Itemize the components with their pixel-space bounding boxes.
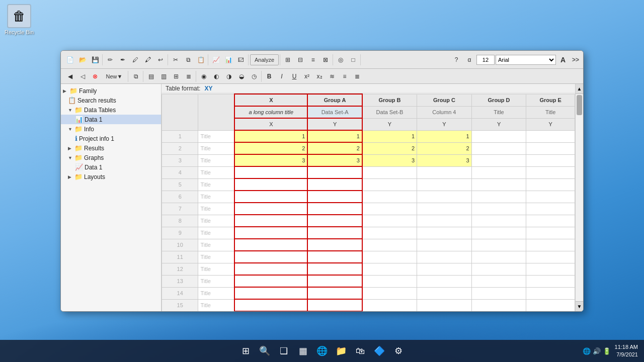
redo-btn[interactable]: ↩ bbox=[154, 54, 167, 65]
grid2-btn[interactable]: ⊟ bbox=[294, 54, 306, 65]
value-cell[interactable] bbox=[417, 166, 472, 178]
tb2-btn7[interactable]: ◑ bbox=[223, 71, 235, 82]
col-groupc-type[interactable]: Y bbox=[417, 118, 472, 130]
value-cell[interactable] bbox=[307, 263, 362, 275]
value-cell[interactable] bbox=[526, 275, 575, 287]
draw3-btn[interactable]: 🖊 bbox=[129, 54, 141, 65]
value-cell[interactable] bbox=[417, 203, 472, 215]
sidebar-item-data-tables[interactable]: ▼ 📁 Data Tables bbox=[61, 105, 161, 115]
tb2-text3[interactable]: ≣ bbox=[351, 71, 363, 82]
value-cell[interactable] bbox=[417, 275, 472, 287]
font-A-btn[interactable]: A bbox=[557, 54, 569, 65]
table-row[interactable]: 15Title bbox=[162, 299, 575, 311]
prev-btn[interactable]: ◀ bbox=[64, 71, 76, 82]
value-cell[interactable] bbox=[234, 203, 307, 215]
col-groupc-group[interactable]: Group C bbox=[417, 94, 472, 106]
draw4-btn[interactable]: 🖍 bbox=[142, 54, 154, 65]
sidebar-item-layouts[interactable]: ▶ 📁 Layouts bbox=[61, 172, 161, 182]
table-row[interactable]: 5Title bbox=[162, 178, 575, 191]
recycle-bin[interactable]: 🗑 Recycle Bin bbox=[4, 4, 34, 35]
tb2-btn5[interactable]: ◉ bbox=[198, 71, 210, 82]
font-select[interactable]: Arial bbox=[496, 55, 556, 65]
taskbar-settings-btn[interactable]: ⚙ bbox=[390, 343, 407, 359]
col-groupc-sublabel[interactable]: Column 4 bbox=[417, 106, 472, 118]
value-cell[interactable] bbox=[417, 227, 472, 239]
grid3-btn[interactable]: ≡ bbox=[307, 54, 319, 65]
value-cell[interactable] bbox=[471, 227, 526, 239]
taskbar-explorer-btn[interactable]: 📁 bbox=[333, 343, 349, 359]
value-cell[interactable] bbox=[417, 299, 472, 311]
value-cell[interactable] bbox=[526, 142, 575, 154]
value-cell[interactable] bbox=[307, 166, 362, 178]
grid4-btn[interactable]: ⊠ bbox=[319, 54, 332, 65]
sidebar-item-search-results[interactable]: 📋 Search results bbox=[61, 96, 161, 105]
taskbar-taskview-btn[interactable]: ❑ bbox=[276, 343, 292, 359]
value-cell[interactable] bbox=[526, 191, 575, 203]
paste-btn[interactable]: 📋 bbox=[195, 54, 207, 65]
value-cell[interactable] bbox=[234, 299, 307, 311]
value-cell[interactable]: 2 bbox=[417, 142, 472, 154]
cut-btn[interactable]: ✂ bbox=[170, 54, 182, 65]
value-cell[interactable] bbox=[307, 215, 362, 227]
value-cell[interactable]: 2 bbox=[362, 142, 417, 154]
value-cell[interactable] bbox=[471, 130, 526, 142]
col-groupd-sublabel[interactable]: Title bbox=[471, 106, 526, 118]
value-cell[interactable]: 1 bbox=[234, 130, 307, 142]
value-cell[interactable] bbox=[526, 263, 575, 275]
sidebar-item-info[interactable]: ▼ 📁 Info bbox=[61, 124, 161, 134]
table-row[interactable]: 10Title bbox=[162, 239, 575, 251]
help-btn[interactable]: ? bbox=[450, 54, 462, 65]
superscript-btn[interactable]: x² bbox=[301, 71, 313, 82]
underline-btn[interactable]: U bbox=[288, 71, 300, 82]
vertical-scrollbar[interactable]: ▲ ▼ bbox=[575, 84, 583, 311]
value-cell[interactable] bbox=[526, 215, 575, 227]
tb2-btn6[interactable]: ◐ bbox=[210, 71, 222, 82]
value-cell[interactable] bbox=[362, 178, 417, 191]
value-cell[interactable] bbox=[307, 287, 362, 299]
value-cell[interactable]: 1 bbox=[362, 130, 417, 142]
draw-btn[interactable]: ✏ bbox=[104, 54, 116, 65]
value-cell[interactable] bbox=[471, 287, 526, 299]
row-label-cell[interactable]: Title bbox=[198, 227, 234, 239]
new-file-btn[interactable]: 📄 bbox=[64, 54, 76, 65]
value-cell[interactable] bbox=[234, 251, 307, 263]
chart3-btn[interactable]: 🗠 bbox=[235, 54, 247, 65]
analyze-button[interactable]: Analyze bbox=[250, 54, 279, 65]
col-groupa-sublabel[interactable]: Data Set-A bbox=[307, 106, 362, 118]
value-cell[interactable] bbox=[362, 191, 417, 203]
value-cell[interactable] bbox=[526, 178, 575, 191]
col-groupa-type[interactable]: Y bbox=[307, 118, 362, 130]
row-label-cell[interactable]: Title bbox=[198, 251, 234, 263]
value-cell[interactable] bbox=[234, 227, 307, 239]
table-row[interactable]: 2Title2222 bbox=[162, 142, 575, 154]
tb2-btn2[interactable]: ▥ bbox=[157, 71, 170, 82]
row-label-cell[interactable]: Title bbox=[198, 178, 234, 191]
col-groupd-group[interactable]: Group D bbox=[471, 94, 526, 106]
copy-btn[interactable]: ⧉ bbox=[182, 54, 194, 65]
tb2-btn9[interactable]: ◷ bbox=[248, 71, 260, 82]
value-cell[interactable]: 3 bbox=[362, 154, 417, 166]
value-cell[interactable] bbox=[362, 251, 417, 263]
row-label-cell[interactable]: Title bbox=[198, 191, 234, 203]
tb2-btn3[interactable]: ⊞ bbox=[170, 71, 182, 82]
value-cell[interactable] bbox=[417, 239, 472, 251]
font-size-input[interactable] bbox=[476, 55, 495, 65]
col-groupb-type[interactable]: Y bbox=[362, 118, 417, 130]
value-cell[interactable] bbox=[417, 263, 472, 275]
value-cell[interactable]: 1 bbox=[417, 130, 472, 142]
value-cell[interactable] bbox=[471, 239, 526, 251]
value-cell[interactable] bbox=[417, 251, 472, 263]
table-row[interactable]: 6Title bbox=[162, 191, 575, 203]
value-cell[interactable] bbox=[471, 154, 526, 166]
value-cell[interactable]: 3 bbox=[307, 154, 362, 166]
sidebar-item-project-info[interactable]: ℹ Project info 1 bbox=[61, 134, 161, 143]
sidebar-item-family[interactable]: ▶ 📁 Family bbox=[61, 86, 161, 96]
scroll-up-btn[interactable]: ▲ bbox=[576, 84, 583, 94]
value-cell[interactable] bbox=[362, 166, 417, 178]
col-groupd-type[interactable]: Y bbox=[471, 118, 526, 130]
taskbar-edge-btn[interactable]: 🌐 bbox=[314, 343, 330, 359]
row-label-cell[interactable]: Title bbox=[198, 239, 234, 251]
value-cell[interactable] bbox=[234, 263, 307, 275]
value-cell[interactable] bbox=[526, 299, 575, 311]
value-cell[interactable] bbox=[471, 215, 526, 227]
